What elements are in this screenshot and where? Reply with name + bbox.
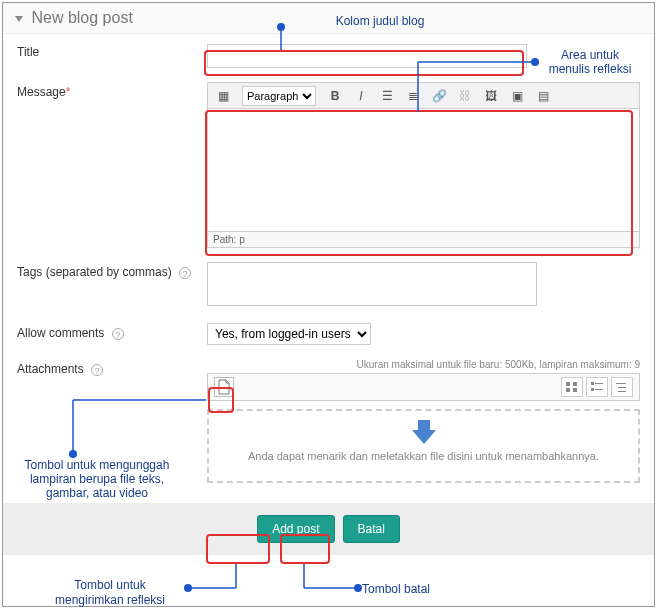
anno-write-area: Area untuk menulis refleksi xyxy=(540,48,640,76)
allow-comments-select[interactable]: Yes, from logged-in users xyxy=(207,323,371,345)
svg-rect-2 xyxy=(566,388,570,392)
cancel-button[interactable]: Batal xyxy=(343,515,400,543)
file-dropzone[interactable]: Anda dapat menarik dan meletakkan file d… xyxy=(207,409,640,483)
dropzone-hint: Anda dapat menarik dan meletakkan file d… xyxy=(248,450,599,462)
svg-rect-4 xyxy=(591,382,594,385)
title-input[interactable] xyxy=(207,44,527,68)
bullet-list-icon[interactable]: ☰ xyxy=(376,86,398,106)
label-allow-comments: Allow comments xyxy=(17,326,104,340)
help-icon[interactable]: ? xyxy=(179,267,191,279)
file-add-icon xyxy=(217,379,231,395)
attachments-toolbar xyxy=(207,373,640,401)
required-asterisk: * xyxy=(66,85,71,99)
svg-rect-5 xyxy=(595,383,603,384)
anno-upload-btn: Tombol untuk mengunggah lampiran berupa … xyxy=(12,458,182,500)
svg-rect-3 xyxy=(573,388,577,392)
svg-rect-10 xyxy=(618,391,626,392)
add-file-button[interactable] xyxy=(214,377,234,397)
grid-icon xyxy=(565,381,579,393)
svg-rect-7 xyxy=(595,389,603,390)
svg-rect-9 xyxy=(618,387,626,388)
svg-rect-6 xyxy=(591,388,594,391)
svg-rect-8 xyxy=(616,383,626,384)
anno-cancel-btn: Tombol batal xyxy=(362,582,482,596)
editor-toolbar: ▦ Paragraph B I ☰ ≣ 🔗 ⛓ 🖼 ▣ ▤ xyxy=(208,83,639,109)
attachments-info: Ukuran maksimal untuk file baru: 500Kb, … xyxy=(207,359,640,370)
svg-rect-0 xyxy=(566,382,570,386)
details-icon xyxy=(590,381,604,393)
italic-icon[interactable]: I xyxy=(350,86,372,106)
section-title: New blog post xyxy=(31,9,132,26)
image-icon[interactable]: 🖼 xyxy=(480,86,502,106)
label-message: Message xyxy=(17,85,66,99)
bold-icon[interactable]: B xyxy=(324,86,346,106)
manage-files-icon[interactable]: ▤ xyxy=(532,86,554,106)
tags-input[interactable] xyxy=(207,262,537,306)
numbered-list-icon[interactable]: ≣ xyxy=(402,86,424,106)
editor-path: Path: p xyxy=(208,231,639,247)
svg-rect-1 xyxy=(573,382,577,386)
add-post-button[interactable]: Add post xyxy=(257,515,334,543)
anno-send-btn: Tombol untuk mengirimkan refleksi xyxy=(40,578,180,608)
paragraph-select[interactable]: Paragraph xyxy=(242,86,316,106)
help-icon[interactable]: ? xyxy=(91,364,103,376)
toggle-toolbar-icon[interactable]: ▦ xyxy=(212,86,234,106)
editor-body[interactable] xyxy=(208,109,639,231)
view-tree-button[interactable] xyxy=(611,377,633,397)
unlink-icon[interactable]: ⛓ xyxy=(454,86,476,106)
label-tags: Tags (separated by commas) xyxy=(17,265,172,279)
help-icon[interactable]: ? xyxy=(112,328,124,340)
media-icon[interactable]: ▣ xyxy=(506,86,528,106)
anno-title-col: Kolom judul blog xyxy=(300,14,460,28)
tree-icon xyxy=(615,381,629,393)
footer-bar: Add post Batal xyxy=(3,503,654,555)
caret-down-icon xyxy=(15,16,23,22)
download-arrow-icon xyxy=(412,430,436,444)
view-icons-button[interactable] xyxy=(561,377,583,397)
link-icon[interactable]: 🔗 xyxy=(428,86,450,106)
message-editor: ▦ Paragraph B I ☰ ≣ 🔗 ⛓ 🖼 ▣ ▤ xyxy=(207,82,640,248)
view-details-button[interactable] xyxy=(586,377,608,397)
label-title: Title xyxy=(17,42,207,59)
label-attachments: Attachments xyxy=(17,362,84,376)
